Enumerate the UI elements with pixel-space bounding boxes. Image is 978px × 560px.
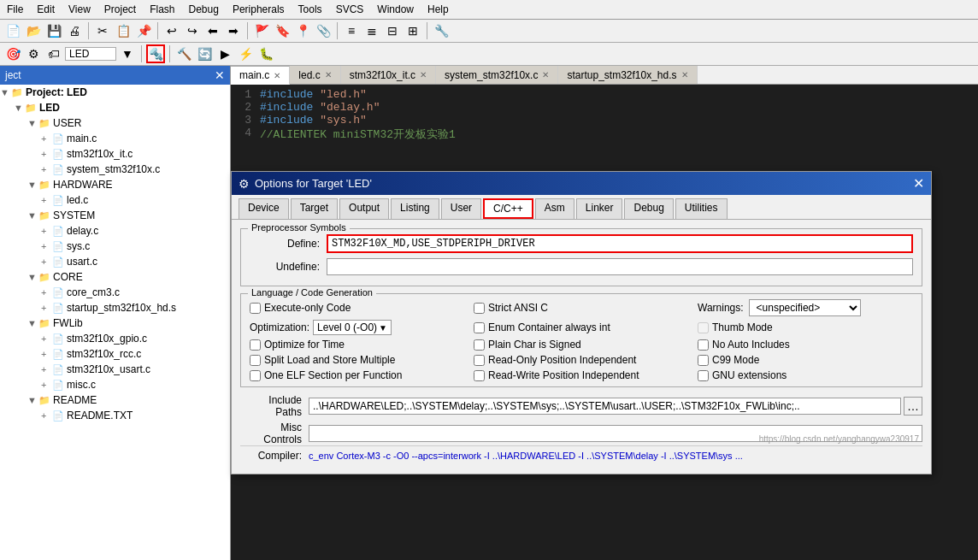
tree-stm32-it[interactable]: + 📄 stm32f10x_it.c [0,146,230,162]
menu-tools[interactable]: Tools [292,2,329,17]
tab-stm32-it[interactable]: stm32f10x_it.c ✕ [341,66,436,84]
save-btn[interactable]: 💾 [44,21,63,40]
tree-misc[interactable]: + 📄 misc.c [0,377,230,392]
target3-btn[interactable]: 🏷 [44,44,63,63]
tree-readme[interactable]: ▼ 📁 README [0,392,230,408]
dialog-close-btn[interactable]: ✕ [913,175,924,192]
align2-btn[interactable]: ≣ [362,21,381,40]
optimization-select[interactable]: Level 0 (-O0) ▼ [313,320,392,335]
tree-led-c[interactable]: + 📄 led.c [0,192,230,208]
tree-fwlib[interactable]: ▼ 📁 FWLib [0,315,230,331]
dialog-tab-user[interactable]: User [441,198,481,219]
dialog-tab-utilities[interactable]: Utilities [675,198,728,219]
tab-startup[interactable]: startup_stm32f10x_hd.s ✕ [558,66,697,84]
undefine-input[interactable] [327,258,913,275]
tree-sys-folder[interactable]: ▼ 📁 SYSTEM [0,208,230,223]
menu-flash[interactable]: Flash [143,2,181,17]
read-only-checkbox[interactable] [474,355,485,366]
tree-rcc[interactable]: + 📄 stm32f10x_rcc.c [0,346,230,362]
dialog-tab-asm[interactable]: Asm [535,198,574,219]
split-load-checkbox[interactable] [250,355,261,366]
debug2-btn[interactable]: 🐛 [256,44,275,63]
menu-window[interactable]: Window [370,2,421,17]
tree-hardware[interactable]: ▼ 📁 HARDWARE [0,177,230,192]
menu-file[interactable]: File [0,2,30,17]
tree-main-c[interactable]: + 📄 main.c [0,131,230,146]
copy-btn[interactable]: 📋 [114,21,133,40]
dialog-tab-cpp[interactable]: C/C++ [483,198,533,219]
enum-container-checkbox[interactable] [474,322,485,333]
tree-usart2[interactable]: + 📄 stm32f10x_usart.c [0,362,230,377]
tab-stm32-it-close[interactable]: ✕ [420,70,427,80]
menu-svcs[interactable]: SVCS [329,2,371,17]
include-input[interactable] [309,398,901,415]
menu-project[interactable]: Project [97,2,143,17]
tree-root[interactable]: ▼ 📁 Project: LED [0,85,230,100]
warnings-select[interactable]: <unspecified> [749,299,861,316]
align-btn[interactable]: ≡ [342,21,361,40]
dialog-tab-output[interactable]: Output [339,198,389,219]
panel-close-btn[interactable]: ✕ [215,68,225,82]
align4-btn[interactable]: ⊞ [404,21,422,40]
dropdown-btn[interactable]: ▼ [118,44,137,63]
no-auto-includes-checkbox[interactable] [698,339,709,351]
tree-startup[interactable]: + 📄 startup_stm32f10x_hd.s [0,300,230,315]
rebuild-btn[interactable]: 🔄 [195,44,214,63]
dialog-tab-target[interactable]: Target [291,198,338,219]
menu-peripherals[interactable]: Peripherals [226,2,292,17]
target2-btn[interactable]: ⚙ [24,44,43,63]
tab-startup-close[interactable]: ✕ [681,70,688,80]
tab-system-close[interactable]: ✕ [542,70,549,80]
build-btn[interactable]: 🔧 [432,21,451,40]
tab-system[interactable]: system_stm32f10x.c ✕ [436,66,558,84]
dialog-tab-linker[interactable]: Linker [576,198,623,219]
cut-btn[interactable]: ✂ [93,21,112,40]
paste-btn[interactable]: 📌 [134,21,153,40]
back-btn[interactable]: ⬅ [203,21,222,40]
compile-btn[interactable]: ▶ [215,44,234,63]
one-elf-checkbox[interactable] [250,370,261,381]
tab-led-c[interactable]: led.c ✕ [290,66,340,84]
tree-core[interactable]: ▼ 📁 CORE [0,269,230,285]
optimize-time-checkbox[interactable] [250,339,261,351]
new-btn[interactable]: 📄 [3,21,22,40]
tab-led-c-close[interactable]: ✕ [325,70,332,80]
bookmark-btn[interactable]: 🚩 [252,21,271,40]
dialog-tab-device[interactable]: Device [239,198,289,219]
tab-main-c[interactable]: main.c ✕ [231,66,290,85]
dialog-tab-listing[interactable]: Listing [391,198,439,219]
tree-usart[interactable]: + 📄 usart.c [0,254,230,269]
execute-only-checkbox[interactable] [250,303,261,314]
tab-main-c-close[interactable]: ✕ [274,71,280,80]
define-input[interactable] [327,234,913,253]
build2-btn[interactable]: 🔨 [174,44,193,63]
menu-view[interactable]: View [62,2,97,17]
menu-edit[interactable]: Edit [30,2,62,17]
tree-led[interactable]: ▼ 📁 LED [0,100,230,115]
tree-delay[interactable]: + 📄 delay.c [0,223,230,239]
tree-system[interactable]: + 📄 system_stm32f10x.c [0,162,230,177]
menu-debug[interactable]: Debug [182,2,226,17]
menu-help[interactable]: Help [421,2,456,17]
strict-ansi-checkbox[interactable] [474,303,485,314]
undo-btn[interactable]: ↩ [162,21,181,40]
gnu-ext-checkbox[interactable] [698,370,709,381]
plain-char-checkbox[interactable] [474,339,485,351]
bookmark4-btn[interactable]: 📎 [314,21,333,40]
tree-readme-txt[interactable]: + 📄 README.TXT [0,408,230,423]
tree-gpio[interactable]: + 📄 stm32f10x_gpio.c [0,331,230,346]
thumb-mode-checkbox[interactable] [698,322,709,333]
open-btn[interactable]: 📂 [24,21,43,40]
tree-user[interactable]: ▼ 📁 USER [0,115,230,131]
read-write-checkbox[interactable] [474,370,485,381]
align3-btn[interactable]: ⊟ [383,21,402,40]
tree-core-cm3[interactable]: + 📄 core_cm3.c [0,285,230,300]
bookmark2-btn[interactable]: 🔖 [273,21,292,40]
dialog-tab-debug[interactable]: Debug [624,198,673,219]
options-target-btn[interactable]: 🔩 [146,44,165,63]
target-btn[interactable]: 🎯 [3,44,22,63]
flash-btn[interactable]: ⚡ [236,44,255,63]
redo-btn[interactable]: ↪ [183,21,202,40]
include-browse-btn[interactable]: … [904,397,922,416]
save-all-btn[interactable]: 🖨 [65,21,84,40]
